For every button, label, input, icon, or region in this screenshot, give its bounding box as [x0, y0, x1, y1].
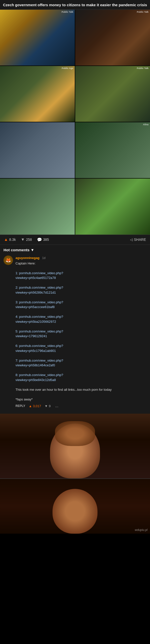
thumbnail-4[interactable]: Public Talk	[75, 66, 150, 122]
link-7[interactable]: 7: pornhub.com/view_video.php?viewkey=ph…	[16, 358, 63, 367]
thumbnail-label-2: Public Talk	[137, 11, 148, 13]
thumbnail-label-4: Public Talk	[137, 67, 148, 70]
watermark: wdupiu.pl	[135, 528, 147, 532]
upvote-stat[interactable]: ▲ 8.3k	[4, 237, 16, 242]
image-grid: Public Talk Public Talk Public Age Publi…	[0, 10, 150, 234]
link-1[interactable]: 1: pornhub.com/view_video.php?viewkey=ph…	[16, 271, 63, 280]
comments-dropdown-icon[interactable]: ▼	[31, 248, 34, 252]
reply-button[interactable]: REPLY	[16, 404, 25, 408]
share-label: SHARE	[134, 238, 146, 242]
comment-body: aguyonninegag 1d Captain Here: 1: pornhu…	[16, 256, 146, 408]
comment-upvote-icon: ▲	[29, 404, 32, 408]
captain-line: Captain Here:	[16, 262, 36, 265]
thumbnail-2[interactable]: Public Talk	[75, 10, 150, 66]
link-8[interactable]: 8: pornhub.com/view_video.php?viewkey=ph…	[16, 373, 63, 382]
article-header: Czech government offers money to citizen…	[0, 0, 150, 10]
link-4[interactable]: 4: pornhub.com/view_video.php?viewkey=ph…	[16, 315, 63, 324]
link-6[interactable]: 6: pornhub.com/view_video.php?viewkey=ph…	[16, 344, 63, 353]
closing-text: This took me over an hour to find all li…	[16, 388, 112, 392]
upvote-count: 8.3k	[9, 238, 16, 242]
comment-count: 385	[43, 238, 49, 242]
comment-username[interactable]: aguyonninegag	[16, 256, 39, 260]
comment-downvote[interactable]: ▼ 9	[44, 404, 50, 408]
reaction-image-1	[0, 414, 150, 478]
comment-footer: REPLY ▲ 3,017 ▼ 9 ...	[16, 404, 146, 408]
downvote-stat[interactable]: ▼ 258	[21, 237, 32, 242]
comment-downvote-count: 9	[49, 404, 50, 408]
comment-icon: 💬	[37, 237, 42, 242]
thumbnail-label-3: Public Age	[62, 67, 73, 70]
link-3[interactable]: 3: pornhub.com/view_video.php?viewkey=ph…	[16, 300, 63, 309]
comment-upvote-count: 3,017	[33, 404, 41, 408]
link-2[interactable]: 2: pornhub.com/view_video.php?viewkey=ph…	[16, 286, 63, 294]
link-5[interactable]: 5: pornhub.com/view_video.php?viewkey=17…	[16, 330, 63, 338]
share-button[interactable]: ◁ SHARE	[130, 238, 146, 242]
comments-section: Hot comments ▼ 🦊 aguyonninegag 1d Captai…	[0, 245, 150, 414]
thumbnail-5[interactable]	[0, 122, 75, 178]
stats-bar: ▲ 8.3k ▼ 258 💬 385 ◁ SHARE	[0, 234, 150, 245]
comment-downvote-icon: ▼	[44, 404, 48, 408]
thumbnail-label-1: Public Talk	[61, 11, 73, 13]
comments-header-text: Hot comments	[4, 248, 30, 252]
article-title: Czech government offers money to citizen…	[3, 2, 147, 8]
avatar: 🦊	[4, 256, 13, 265]
upvote-icon: ▲	[4, 237, 8, 242]
thumbnail-label-6: Alina	[143, 123, 148, 126]
face-silhouette-2	[52, 489, 98, 534]
reaction-image-2: wdupiu.pl	[0, 479, 150, 534]
thumbnail-1[interactable]: Public Talk	[0, 10, 75, 66]
thumbnail-6[interactable]: Alina	[75, 122, 150, 178]
hand-detail	[55, 421, 95, 446]
thumbnail-8[interactable]	[75, 178, 150, 234]
downvote-count: 258	[26, 238, 32, 242]
comment-upvote[interactable]: ▲ 3,017	[29, 404, 41, 408]
faps-text: *faps away*	[16, 398, 33, 401]
comment-time: 1d	[42, 256, 45, 260]
comments-header: Hot comments ▼	[4, 248, 146, 252]
thumbnail-3[interactable]: Public Age	[0, 66, 75, 122]
comment-text: Captain Here: 1: pornhub.com/view_video.…	[16, 261, 146, 402]
more-options-button[interactable]: ...	[55, 404, 58, 408]
thumbnail-7[interactable]	[0, 178, 75, 234]
comment-item: 🦊 aguyonninegag 1d Captain Here: 1: porn…	[4, 256, 146, 408]
downvote-icon: ▼	[21, 237, 25, 242]
comment-stat[interactable]: 💬 385	[37, 237, 49, 242]
share-icon: ◁	[130, 238, 133, 242]
